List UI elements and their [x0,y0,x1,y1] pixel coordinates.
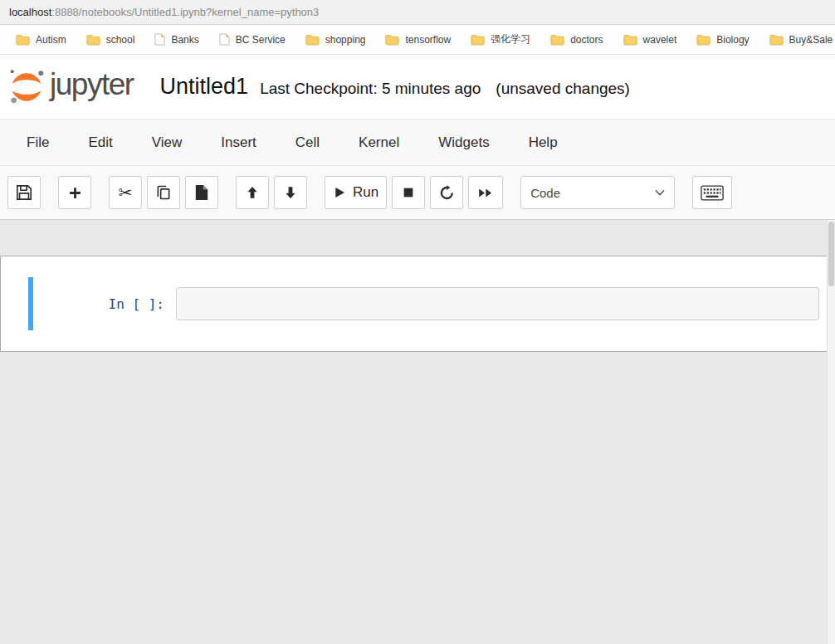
folder-icon [305,34,320,46]
bookmark-school[interactable]: school [79,31,143,49]
folder-icon [623,34,637,46]
notebook-header: jupyter Untitled1 Last Checkpoint: 5 min… [0,55,835,119]
cut-cells-button[interactable]: ✂ [109,176,142,209]
fast-forward-icon [476,186,495,200]
bookmark-label: school [106,34,135,46]
menu-view[interactable]: View [138,127,197,159]
stop-icon [402,186,415,199]
bookmark-doctors[interactable]: doctors [543,31,610,49]
bookmark-label: BC Service [236,34,286,46]
folder-icon [769,34,784,46]
bookmark-label: Banks [171,34,198,46]
jupyter-logo[interactable]: jupyter [7,67,134,107]
run-label: Run [353,184,378,201]
autosave-status: (unsaved changes) [496,80,630,98]
folder-icon [550,34,564,46]
palette-group [692,176,732,209]
bookmark-label: 强化学习 [491,32,530,46]
keyboard-icon [701,185,724,201]
bookmark-label: tensorflow [405,34,451,46]
play-icon [333,186,346,199]
scrollbar-thumb[interactable] [828,222,834,286]
bookmark-wavelet[interactable]: wavelet [616,31,685,49]
menu-file[interactable]: File [12,127,63,159]
code-input[interactable] [176,287,819,320]
move-group [236,176,307,209]
notebook-area: In [ ]: [0,220,835,644]
jupyter-planet-icon [7,67,46,107]
bookmark-label: shopping [325,34,366,46]
bookmark-label: Biology [716,34,749,46]
move-cell-down-button[interactable] [274,176,307,209]
code-cell[interactable]: In [ ]: [28,277,819,330]
insert-cell-below-button[interactable] [58,176,91,209]
restart-run-all-button[interactable] [468,176,503,209]
folder-icon [385,34,399,46]
browser-address-bar[interactable]: localhost:8888/notebooks/Untitled1.ipynb… [0,0,835,25]
notebook-title[interactable]: Untitled1 [160,74,249,100]
bookmark-label: doctors [570,34,603,46]
command-palette-button[interactable] [692,176,732,209]
page-icon [219,33,230,46]
folder-icon [471,34,485,46]
input-prompt: In [ ]: [33,296,176,312]
menu-widgets[interactable]: Widgets [424,127,503,159]
arrow-down-icon [283,185,298,200]
plus-icon [68,186,82,200]
bookmark-banks[interactable]: Banks [147,30,206,49]
save-group [7,176,41,209]
bookmark-tensorflow[interactable]: tensorflow [378,31,458,49]
interrupt-kernel-button[interactable] [392,176,425,209]
cell-type-value: Code [530,186,560,200]
copy-cells-button[interactable] [147,176,180,209]
page-icon [154,33,165,46]
edit-group: ✂ [109,176,218,209]
floppy-disk-icon [16,184,32,201]
folder-icon [16,34,30,46]
run-group: Run [325,176,503,209]
menu-bar: File Edit View Insert Cell Kernel Widget… [0,119,835,166]
refresh-icon [439,185,455,201]
bookmark-biology[interactable]: Biology [689,31,756,49]
arrow-up-icon [245,185,260,200]
checkpoint-status: Last Checkpoint: 5 minutes ago [260,80,481,98]
scissors-icon: ✂ [119,184,133,201]
scrollbar[interactable] [827,220,835,644]
folder-icon [86,34,100,46]
bookmark-autism[interactable]: Autism [8,31,74,49]
copy-icon [155,184,172,201]
menu-edit[interactable]: Edit [74,127,126,159]
toolbar: ✂ Run [0,166,835,220]
address-host: localhost [9,6,51,18]
bookmark-buy-sale[interactable]: Buy&Sale [762,31,835,49]
bookmark-label: Autism [36,34,66,46]
menu-help[interactable]: Help [515,127,572,159]
bookmark-bc-service[interactable]: BC Service [212,30,293,49]
menu-kernel[interactable]: Kernel [344,127,413,159]
title-block: Untitled1 Last Checkpoint: 5 minutes ago… [160,74,630,100]
bookmark-shopping[interactable]: shopping [298,31,374,49]
save-button[interactable] [7,176,41,209]
insert-group [58,176,91,209]
chevron-down-icon [655,189,665,196]
bookmark-reinforcement-learning[interactable]: 强化学习 [463,29,538,50]
paste-icon [194,184,209,201]
run-button[interactable]: Run [325,176,387,209]
notebook-cell[interactable]: In [ ]: [0,256,835,352]
menu-cell[interactable]: Cell [281,127,334,159]
paste-cells-button[interactable] [185,176,218,209]
restart-kernel-button[interactable] [430,176,463,209]
bookmark-label: Buy&Sale [789,34,833,46]
bookmark-label: wavelet [643,34,677,46]
cell-type-select[interactable]: Code [520,176,675,209]
address-path: :8888/notebooks/Untitled1.ipynb?kernel_n… [51,6,319,18]
menu-insert[interactable]: Insert [207,127,271,159]
move-cell-up-button[interactable] [236,176,269,209]
bookmarks-bar: Autism school Banks BC Service shopping … [0,25,835,55]
folder-icon [696,34,710,46]
jupyter-wordmark: jupyter [50,67,134,107]
